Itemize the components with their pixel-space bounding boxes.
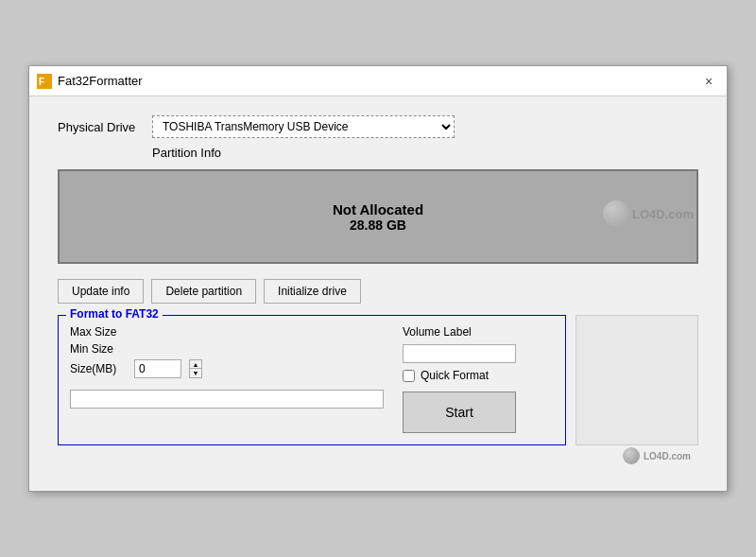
format-section: Format to FAT32 Max Size Min Size Size(M… [58,315,566,445]
watermark-bottom: LO4D.com [50,447,691,464]
title-bar-left: F Fat32Formatter [37,74,143,89]
format-right-panel: Volume Label Quick Format Start [403,325,554,433]
physical-drive-row: Physical Drive TOSHIBA TransMemory USB D… [58,115,698,138]
min-size-row: Min Size [70,342,384,356]
start-button[interactable]: Start [403,392,516,433]
partition-info-label: Partition Info [152,146,698,160]
spinner-up-button[interactable]: ▲ [190,360,201,369]
bottom-watermark-text: LO4D.com [644,451,691,461]
title-bar: F Fat32Formatter × [29,66,727,96]
svg-text:F: F [39,77,44,87]
partition-status: Not Allocated [333,201,423,218]
quick-format-label: Quick Format [421,369,489,382]
quick-format-row: Quick Format [403,369,554,382]
side-panel [576,315,698,445]
close-button[interactable]: × [698,71,719,92]
spinner-down-button[interactable]: ▼ [190,369,201,377]
initialize-drive-button[interactable]: Initialize drive [264,279,361,304]
format-left-panel: Max Size Min Size Size(MB) ▲ ▼ [70,325,384,433]
main-window: F Fat32Formatter × LO4D.com Physical Dri… [28,65,728,492]
app-icon: F [37,74,52,89]
partition-size: 28.88 GB [350,218,406,233]
action-buttons-row: Update info Delete partition Initialize … [58,279,698,304]
size-mb-label: Size(MB) [70,362,127,375]
volume-label-input[interactable] [403,344,516,363]
max-size-row: Max Size [70,325,384,339]
format-area: Format to FAT32 Max Size Min Size Size(M… [58,315,698,445]
min-size-label: Min Size [70,342,127,356]
partition-display: Not Allocated 28.88 GB [58,169,698,264]
drive-select-wrapper[interactable]: TOSHIBA TransMemory USB Device [152,115,455,138]
size-spinner[interactable]: ▲ ▼ [189,359,202,378]
window-title: Fat32Formatter [58,74,143,88]
update-info-button[interactable]: Update info [58,279,144,304]
progress-bar [70,390,384,409]
max-size-label: Max Size [70,325,127,339]
bottom-watermark-icon [623,447,640,464]
drive-select[interactable]: TOSHIBA TransMemory USB Device [152,115,455,138]
size-mb-row: Size(MB) ▲ ▼ [70,359,384,378]
quick-format-checkbox[interactable] [403,370,415,382]
format-legend: Format to FAT32 [66,307,163,321]
main-content: LO4D.com Physical Drive TOSHIBA TransMem… [29,96,727,491]
physical-drive-label: Physical Drive [58,120,143,134]
delete-partition-button[interactable]: Delete partition [151,279,256,304]
size-mb-input[interactable] [134,359,181,378]
volume-label-label: Volume Label [403,325,554,339]
